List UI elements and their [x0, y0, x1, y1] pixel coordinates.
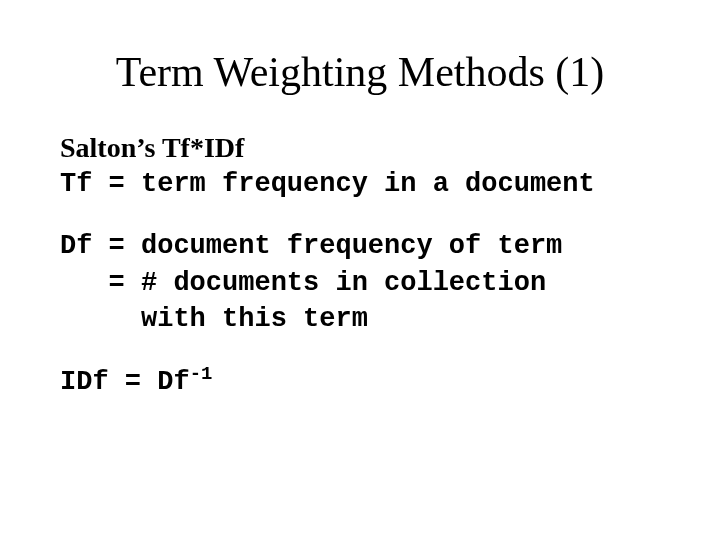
df-line-3: with this term: [60, 304, 368, 334]
idf-prefix: IDf = Df: [60, 367, 190, 397]
df-definition: Df = document frequency of term = # docu…: [60, 228, 660, 337]
subtitle: Salton’s Tf*IDf: [60, 132, 660, 164]
idf-definition: IDf = Df-1: [60, 364, 660, 400]
slide: Term Weighting Methods (1) Salton’s Tf*I…: [0, 0, 720, 540]
df-line-1: Df = document frequency of term: [60, 231, 562, 261]
slide-title: Term Weighting Methods (1): [60, 48, 660, 96]
tf-definition: Tf = term frequency in a document: [60, 166, 660, 202]
idf-exponent: -1: [190, 363, 213, 385]
df-line-2: = # documents in collection: [60, 268, 546, 298]
